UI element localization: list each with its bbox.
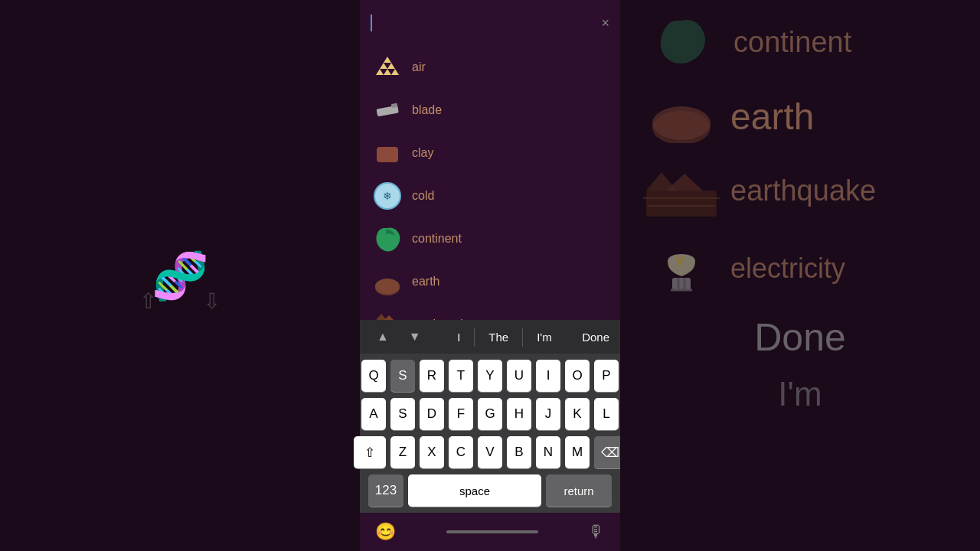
key-s2[interactable]: S [390, 398, 415, 430]
right-electricity-label: electricity [730, 253, 845, 285]
key-k[interactable]: K [565, 398, 590, 430]
right-continent-label: continent [733, 26, 851, 59]
item-label-blade: blade [412, 103, 442, 117]
key-c[interactable]: C [449, 436, 473, 468]
key-z[interactable]: Z [390, 436, 415, 468]
list-item[interactable]: earthquake [360, 303, 620, 320]
list-item[interactable]: ❄ cold [360, 174, 620, 217]
key-m[interactable]: M [565, 436, 590, 468]
key-row-4: 123 space return [363, 474, 617, 507]
keys-area: Q S R T Y U I O P A S D F G H J K L [360, 354, 620, 513]
clay-icon [371, 136, 404, 170]
key-i[interactable]: I [536, 360, 560, 392]
mic-button[interactable]: 🎙 [588, 522, 605, 542]
svg-rect-8 [377, 147, 398, 162]
center-panel: × air [360, 0, 620, 551]
emoji-button[interactable]: 😊 [375, 522, 396, 542]
svg-marker-29 [666, 174, 703, 191]
key-n[interactable]: N [536, 436, 560, 468]
right-panel: continent earth earthquake [620, 0, 980, 551]
toolbar-up-arrow[interactable]: ▲ [371, 327, 395, 347]
key-b[interactable]: B [507, 436, 531, 468]
air-icon [371, 51, 404, 84]
suggestion-the[interactable]: The [475, 328, 523, 347]
nav-arrow-up: ⇧ [139, 289, 157, 314]
search-cursor [371, 15, 372, 31]
blade-icon [371, 93, 404, 127]
key-o[interactable]: O [565, 360, 590, 392]
key-a[interactable]: A [361, 398, 386, 430]
key-j[interactable]: J [536, 398, 560, 430]
key-h[interactable]: H [507, 398, 531, 430]
key-x[interactable]: X [420, 436, 444, 468]
list-item[interactable]: continent [360, 217, 620, 260]
key-t[interactable]: T [449, 360, 473, 392]
right-earth-label: earth [730, 96, 814, 138]
left-panel: 🧬 ⇧ ⇩ [0, 0, 360, 551]
key-u[interactable]: U [507, 360, 531, 392]
search-bar: × [360, 0, 620, 46]
earthquake-icon [371, 308, 404, 320]
key-y[interactable]: Y [478, 360, 502, 392]
svg-rect-32 [672, 278, 691, 290]
list-item[interactable]: clay [360, 132, 620, 174]
svg-marker-5 [384, 57, 391, 63]
key-v[interactable]: V [478, 436, 502, 468]
toolbar-down-arrow[interactable]: ▼ [403, 327, 427, 347]
right-earthquake-label: earthquake [730, 174, 876, 207]
keyboard-toolbar: ▲ ▼ I The I'm Done [360, 320, 620, 354]
svg-marker-3 [380, 63, 387, 69]
list-item[interactable]: blade [360, 89, 620, 132]
svg-text:❄: ❄ [383, 190, 392, 202]
key-q[interactable]: Q [361, 360, 386, 392]
key-row-2: A S D F G H J K L [363, 398, 617, 430]
item-label-cold: cold [412, 189, 434, 203]
nav-arrow-down: ⇩ [203, 289, 220, 314]
svg-rect-27 [646, 191, 717, 217]
done-button[interactable]: Done [582, 331, 609, 344]
list-item[interactable]: earth [360, 260, 620, 303]
item-label-clay: clay [412, 146, 433, 160]
svg-point-26 [652, 106, 710, 140]
home-indicator [446, 530, 538, 533]
svg-marker-0 [376, 69, 384, 75]
key-row-1: Q S R T Y U I O P [363, 360, 617, 392]
key-p[interactable]: P [594, 360, 619, 392]
return-key[interactable]: return [546, 474, 612, 507]
item-label-air: air [412, 60, 426, 74]
dropdown-list[interactable]: air blade clay [360, 46, 620, 320]
key-f[interactable]: F [449, 398, 473, 430]
shift-key[interactable]: ⇧ [354, 436, 386, 468]
item-label-continent: continent [412, 232, 462, 246]
list-item[interactable]: air [360, 46, 620, 89]
key-r[interactable]: R [420, 360, 444, 392]
suggestion-i[interactable]: I [443, 328, 475, 347]
toolbar-suggestions: I The I'm [443, 328, 566, 347]
item-label-earth: earth [412, 275, 439, 289]
num-key[interactable]: 123 [368, 474, 403, 507]
bottom-bar: 😊 🎙 [360, 513, 620, 551]
right-suggestion-im: I'm [778, 375, 822, 413]
keyboard-area: ▲ ▼ I The I'm Done Q S R T Y U I O P [360, 320, 620, 551]
close-button[interactable]: × [601, 15, 609, 31]
cold-icon: ❄ [371, 179, 404, 213]
svg-point-13 [375, 279, 400, 294]
continent-icon [371, 222, 404, 256]
toolbar-arrows: ▲ ▼ [371, 327, 427, 347]
key-g[interactable]: G [478, 398, 502, 430]
key-s[interactable]: S [390, 360, 415, 392]
key-l[interactable]: L [594, 398, 619, 430]
key-d[interactable]: D [420, 398, 444, 430]
suggestion-im[interactable]: I'm [523, 328, 566, 347]
key-row-3: ⇧ Z X C V B N M ⌫ [363, 436, 617, 468]
earth-icon [371, 265, 404, 298]
svg-marker-4 [387, 63, 395, 69]
space-key[interactable]: space [408, 474, 541, 507]
svg-marker-2 [391, 69, 399, 75]
svg-marker-1 [384, 69, 391, 75]
right-done-label: Done [754, 315, 846, 360]
nav-arrows: ⇧ ⇩ [139, 289, 220, 314]
